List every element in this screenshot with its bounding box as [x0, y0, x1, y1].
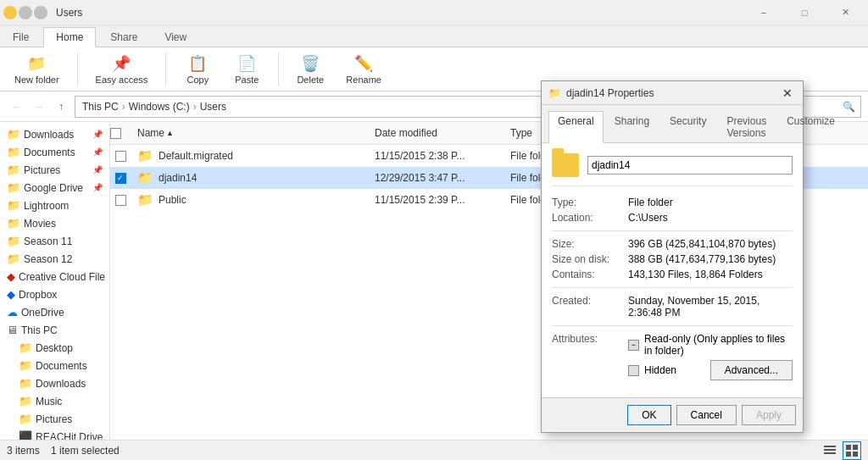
prop-row-type: Type: File folder: [552, 197, 793, 208]
dialog-title-area: 📁 djadin14 Properties: [548, 87, 654, 99]
prop-label-size: Size:: [552, 238, 628, 250]
attr-row-readonly: − Read-only (Only applies to files in fo…: [628, 333, 793, 357]
attr-controls: − Read-only (Only applies to files in fo…: [628, 333, 793, 384]
prop-table: Type: File folder Location: C:\Users Siz…: [552, 197, 793, 326]
dialog-body: Type: File folder Location: C:\Users Siz…: [542, 143, 803, 397]
dialog-tab-security[interactable]: Security: [660, 111, 715, 143]
prop-row-size-disk: Size on disk: 388 GB (417,634,779,136 by…: [552, 253, 793, 265]
prop-value-type: File folder: [628, 197, 793, 208]
checkbox-readonly[interactable]: −: [628, 340, 639, 351]
prop-sep-3: [552, 325, 793, 326]
dialog-close-button[interactable]: ✕: [779, 85, 796, 102]
dialog-titlebar: 📁 djadin14 Properties ✕: [542, 81, 803, 105]
dialog-footer: OK Cancel Apply: [542, 397, 803, 432]
attr-header-row: Attributes: − Read-only (Only applies to…: [552, 333, 793, 384]
dialog-tab-general[interactable]: General: [548, 111, 604, 143]
dialog-tabs: General Sharing Security Previous Versio…: [542, 105, 803, 143]
attr-label-readonly: Read-only (Only applies to files in fold…: [644, 333, 793, 357]
prop-sep-1: [552, 230, 793, 231]
apply-button[interactable]: Apply: [742, 405, 796, 425]
prop-row-created: Created: Sunday, November 15, 2015, 2:36…: [552, 295, 793, 319]
properties-dialog: 📁 djadin14 Properties ✕ General Sharing …: [541, 80, 804, 433]
prop-label-contains: Contains:: [552, 269, 628, 280]
prop-row-contains: Contains: 143,130 Files, 18,864 Folders: [552, 269, 793, 280]
prop-value-contains: 143,130 Files, 18,864 Folders: [628, 269, 793, 280]
prop-label-type: Type:: [552, 197, 628, 208]
cancel-button[interactable]: Cancel: [676, 405, 737, 425]
dialog-tab-prev-versions[interactable]: Previous Versions: [717, 111, 776, 143]
prop-row-size: Size: 396 GB (425,841,104,870 bytes): [552, 238, 793, 250]
dialog-tab-sharing[interactable]: Sharing: [605, 111, 659, 143]
folder-name-input[interactable]: [587, 156, 793, 175]
dialog-folder-name-area: [552, 153, 793, 186]
attributes-section: Attributes: − Read-only (Only applies to…: [552, 333, 793, 384]
prop-row-location: Location: C:\Users: [552, 212, 793, 224]
prop-label-size-disk: Size on disk:: [552, 253, 628, 265]
dialog-overlay: 📁 djadin14 Properties ✕ General Sharing …: [0, 0, 868, 460]
attr-label: Attributes:: [552, 333, 628, 384]
dialog-folder-icon: 📁: [548, 87, 561, 99]
big-folder-icon: [552, 153, 579, 177]
dialog-tab-customize[interactable]: Customize: [777, 111, 844, 143]
attr-row-hidden: Hidden Advanced...: [628, 360, 793, 380]
prop-label-location: Location:: [552, 212, 628, 224]
prop-sep-2: [552, 287, 793, 288]
prop-value-created: Sunday, November 15, 2015, 2:36:48 PM: [628, 295, 793, 319]
checkbox-hidden[interactable]: [628, 365, 639, 376]
prop-value-location: C:\Users: [628, 212, 793, 224]
attr-label-hidden: Hidden: [644, 364, 676, 376]
ok-button[interactable]: OK: [627, 405, 670, 425]
prop-value-size: 396 GB (425,841,104,870 bytes): [628, 238, 793, 250]
advanced-button[interactable]: Advanced...: [710, 360, 793, 380]
prop-value-size-disk: 388 GB (417,634,779,136 bytes): [628, 253, 793, 265]
prop-label-created: Created:: [552, 295, 628, 319]
dialog-title-text: djadin14 Properties: [566, 87, 654, 99]
